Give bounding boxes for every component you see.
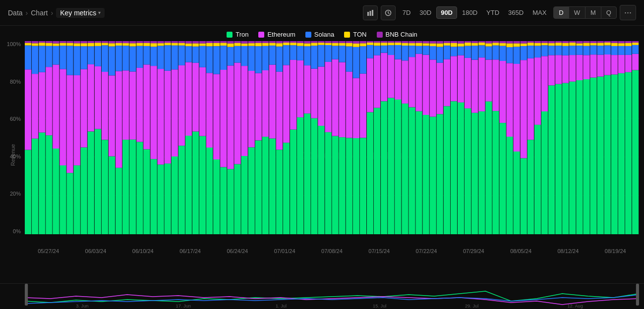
bar-14-bnb	[122, 41, 129, 43]
bar-48-tron	[360, 138, 366, 234]
bar-0-solana	[25, 46, 31, 70]
bar-6-tron	[66, 173, 73, 234]
bar-15-ethereum	[129, 72, 136, 140]
bar-68-solana	[499, 46, 506, 61]
bar-35-ethereum	[269, 65, 276, 139]
btn-180d[interactable]: 180D	[458, 7, 481, 18]
bar-8-solana	[81, 46, 87, 69]
bar-53-tron	[395, 100, 401, 234]
bar-63-ton	[465, 43, 471, 46]
btn-ytd[interactable]: YTD	[482, 7, 503, 18]
chart-area: Tron Ethereum Solana TON BNB Chain Reven…	[0, 26, 644, 283]
mini-chart-svg: 3. Jun 17. Jun 1. Jul 15. Jul 29. Jul 12…	[25, 284, 639, 309]
bar-66-ethereum	[485, 60, 492, 102]
bar-6-ton	[66, 43, 73, 46]
bar-58-ton	[430, 44, 436, 47]
breadcrumb-metrics-dropdown[interactable]: Key metrics ▾	[56, 8, 105, 18]
bar-17-bnb	[143, 41, 150, 43]
btn-daily[interactable]: D	[554, 7, 569, 18]
mini-chart-navigator[interactable]: 3. Jun 17. Jun 1. Jul 15. Jul 29. Jul 12…	[0, 283, 644, 309]
bar-31-bnb	[241, 41, 247, 44]
btn-7d[interactable]: 7D	[399, 7, 415, 18]
bar-67-bnb	[492, 41, 499, 43]
bar-14-tron	[122, 140, 129, 234]
chart-bars	[25, 41, 639, 234]
clock-icon-btn[interactable]	[381, 5, 396, 20]
bar-67-tron	[492, 111, 499, 234]
bar-27-ethereum	[213, 74, 220, 159]
bar-77-tron	[562, 83, 569, 234]
bar-33-bnb	[255, 41, 262, 43]
bar-74-solana	[541, 45, 548, 56]
bar-41-ton	[311, 43, 317, 46]
bar-16-solana	[136, 46, 143, 68]
bar-61-ethereum	[451, 56, 457, 101]
bar-35-bnb	[269, 41, 276, 43]
bar-24-tron	[192, 132, 199, 235]
bar-77-solana	[562, 46, 569, 55]
bar-54-tron	[402, 103, 408, 234]
bar-44-bnb	[332, 41, 339, 43]
bar-37-bnb	[283, 41, 290, 43]
bar-36-ethereum	[276, 72, 283, 150]
bar-74-bnb	[541, 41, 548, 43]
bar-2-ethereum	[39, 72, 45, 133]
bar-31-ton	[241, 44, 247, 46]
bar-6-solana	[66, 46, 73, 75]
bar-38-bnb	[290, 41, 296, 43]
solana-color-dot	[305, 32, 311, 38]
bar-81-ethereum	[590, 54, 596, 77]
bar-26-bnb	[206, 41, 213, 43]
bar-51-ethereum	[381, 53, 387, 102]
bar-21-tron	[172, 156, 178, 234]
bar-86-solana	[625, 46, 632, 55]
bar-3-ethereum	[46, 67, 52, 135]
bar-42-ton	[318, 43, 324, 45]
bar-5-solana	[59, 46, 66, 69]
bar-68-tron	[499, 123, 506, 234]
bar-7-ethereum	[74, 75, 80, 165]
bar-34-tron	[262, 137, 269, 234]
more-options-button[interactable]: ···	[620, 5, 636, 20]
btn-365d[interactable]: 365D	[504, 7, 527, 18]
bar-61-bnb	[451, 41, 457, 43]
btn-90d[interactable]: 90D	[436, 6, 457, 19]
btn-30d[interactable]: 30D	[415, 7, 435, 18]
bar-26-ton	[206, 43, 213, 46]
bar-15-tron	[129, 140, 136, 234]
bar-19-bnb	[158, 41, 164, 43]
ethereum-color-dot	[258, 32, 264, 38]
bar-60-bnb	[444, 41, 450, 43]
bar-28-ethereum	[220, 70, 227, 167]
bar-0-ton	[25, 43, 31, 46]
bar-72-tron	[527, 140, 534, 234]
btn-weekly[interactable]: W	[569, 7, 585, 18]
bar-33-ton	[255, 43, 262, 47]
y-label-20: 20%	[0, 191, 25, 197]
bar-chart-icon-btn[interactable]	[363, 5, 378, 20]
bar-49-ethereum	[367, 58, 373, 112]
bar-29-ethereum	[227, 65, 234, 169]
btn-monthly[interactable]: M	[585, 7, 601, 18]
bar-44-solana	[332, 46, 339, 59]
breadcrumb-chart[interactable]: Chart	[31, 9, 48, 17]
bar-28-tron	[220, 167, 227, 234]
bar-38-tron	[290, 130, 296, 234]
bar-23-ton	[185, 44, 192, 47]
svg-rect-2	[372, 10, 373, 16]
bar-65-tron	[478, 111, 485, 234]
bar-69-tron	[506, 137, 513, 234]
bar-50-ethereum	[374, 55, 380, 108]
btn-max[interactable]: MAX	[528, 7, 550, 18]
bar-56-bnb	[415, 41, 422, 43]
bar-78-tron	[569, 82, 576, 234]
btn-quarterly[interactable]: Q	[601, 7, 616, 18]
bar-56-tron	[415, 111, 422, 235]
bar-46-ethereum	[346, 72, 352, 138]
bar-19-ethereum	[158, 69, 164, 164]
bar-22-tron	[178, 146, 185, 234]
bar-55-solana	[409, 46, 415, 57]
bar-8-ton	[81, 43, 87, 46]
x-label-0819: 08/19/24	[605, 248, 626, 254]
bar-4-tron	[53, 149, 59, 234]
